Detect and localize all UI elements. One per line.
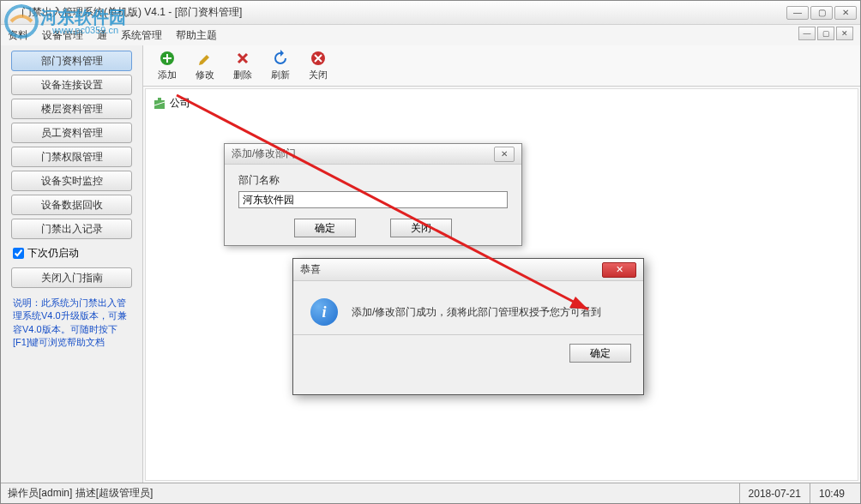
dialog2-message: 添加/修改部门成功，须将此部门管理权授予您方可看到 <box>352 305 601 320</box>
dialog2-ok-button[interactable]: 确定 <box>569 344 631 363</box>
status-date: 2018-07-21 <box>739 483 810 503</box>
window-title: 门禁出入管理系统(单机版) V4.1 - [部门资料管理] <box>4 5 786 20</box>
sidebar-item-department[interactable]: 部门资料管理 <box>11 51 132 71</box>
menu-system[interactable]: 系统管理 <box>121 28 162 43</box>
toolbar-edit-button[interactable]: 修改 <box>190 50 220 81</box>
child-close-button[interactable]: ✕ <box>836 27 853 40</box>
sidebar-item-records[interactable]: 门禁出入记录 <box>11 219 132 239</box>
tree-root-label: 公司 <box>170 96 190 111</box>
refresh-icon <box>272 50 289 67</box>
sidebar-item-floor[interactable]: 楼层资料管理 <box>11 99 132 119</box>
company-icon <box>153 97 166 111</box>
toolbar: 添加 修改 删除 刷新 关闭 <box>143 45 860 87</box>
success-dialog: 恭喜 ✕ i 添加/修改部门成功，须将此部门管理权授予您方可看到 确定 <box>292 258 644 395</box>
status-time: 10:49 <box>810 483 853 503</box>
add-icon <box>159 50 176 67</box>
sidebar-info-text: 说明：此系统为门禁出入管理系统V4.0升级版本，可兼容V4.0版本。可随时按下[… <box>11 291 132 355</box>
menu-data[interactable]: 资料 <box>8 28 28 43</box>
child-minimize-button[interactable]: — <box>798 27 816 40</box>
delete-icon <box>234 50 251 67</box>
tree-root-node[interactable]: 公司 <box>151 94 852 112</box>
menu-bar: 资料 设备管理 通 系统管理 帮助主题 — ▢ ✕ <box>1 25 860 45</box>
sidebar-item-monitor[interactable]: 设备实时监控 <box>11 171 132 191</box>
dialog2-title: 恭喜 <box>300 262 321 277</box>
edit-icon <box>196 50 214 67</box>
svg-rect-4 <box>158 98 161 101</box>
toolbar-close-button[interactable]: 关闭 <box>303 50 334 81</box>
department-name-input[interactable] <box>238 191 508 208</box>
dialog1-cancel-button[interactable]: 关闭 <box>390 219 452 237</box>
sidebar: 部门资料管理 设备连接设置 楼层资料管理 员工资料管理 门禁权限管理 设备实时监… <box>1 45 143 483</box>
toolbar-add-button[interactable]: 添加 <box>152 50 183 81</box>
sidebar-item-close-guide[interactable]: 关闭入门指南 <box>11 267 132 288</box>
add-edit-department-dialog: 添加/修改部门 ✕ 部门名称 确定 关闭 <box>224 143 522 246</box>
dialog1-title: 添加/修改部门 <box>232 147 296 161</box>
maximize-button[interactable]: ▢ <box>810 6 833 20</box>
menu-help[interactable]: 帮助主题 <box>176 28 217 43</box>
startup-checkbox-label: 下次仍启动 <box>27 246 79 261</box>
child-maximize-button[interactable]: ▢ <box>817 27 834 40</box>
status-bar: 操作员[admin] 描述[超级管理员] 2018-07-21 10:49 <box>1 483 860 503</box>
minimize-button[interactable]: — <box>786 6 809 20</box>
sidebar-item-data-recover[interactable]: 设备数据回收 <box>11 195 132 215</box>
sidebar-item-device-conn[interactable]: 设备连接设置 <box>11 75 132 95</box>
dialog1-close-button[interactable]: ✕ <box>494 147 515 162</box>
title-bar: 门禁出入管理系统(单机版) V4.1 - [部门资料管理] — ▢ ✕ <box>1 1 860 25</box>
toolbar-delete-button[interactable]: 删除 <box>227 50 258 81</box>
info-icon: i <box>310 298 338 326</box>
menu-device[interactable]: 设备管理 <box>42 28 83 43</box>
main-window: 河东软件园 www.pc0359.cn 门禁出入管理系统(单机版) V4.1 -… <box>0 0 861 504</box>
status-operator: 操作员[admin] 描述[超级管理员] <box>8 486 739 501</box>
sidebar-item-employee[interactable]: 员工资料管理 <box>11 123 132 143</box>
toolbar-refresh-button[interactable]: 刷新 <box>265 50 296 81</box>
startup-checkbox[interactable] <box>13 248 24 259</box>
department-name-label: 部门名称 <box>238 173 508 188</box>
sidebar-item-access[interactable]: 门禁权限管理 <box>11 147 132 167</box>
dialog1-ok-button[interactable]: 确定 <box>294 219 356 237</box>
menu-pass[interactable]: 通 <box>97 28 107 43</box>
dialog2-close-button[interactable]: ✕ <box>602 262 636 278</box>
close-button[interactable]: ✕ <box>834 6 857 20</box>
close-icon <box>310 50 327 67</box>
